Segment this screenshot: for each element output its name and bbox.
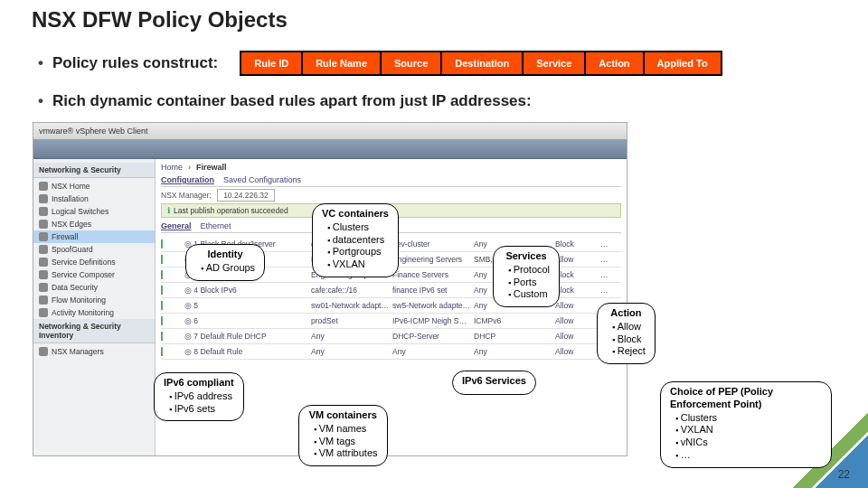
breadcrumb-page: Firewall: [196, 163, 227, 172]
sidebar-item[interactable]: Data Security: [33, 281, 155, 294]
rule-destination: Any: [392, 347, 474, 356]
callout-item: AD Groups: [201, 262, 255, 275]
callout-vm-containers: VM containers VM names VM tags VM attrib…: [298, 405, 388, 466]
callout-pep: Choice of PEP (Policy Enforcement Point)…: [660, 381, 832, 468]
sidebar-item[interactable]: Service Definitions: [33, 256, 155, 268]
sidebar: Networking & Security NSX HomeInstallati…: [33, 159, 156, 455]
rule-destination: dev-cluster: [392, 239, 474, 249]
nav-icon: [39, 258, 48, 267]
bullet-construct: • Policy rules construct: Rule ID Rule N…: [38, 51, 722, 76]
rule-enable-toggle[interactable]: [161, 347, 163, 356]
rule-name: ◎ 8 Default Rule: [184, 347, 311, 356]
callout-title: IPv6 compliant: [164, 377, 234, 389]
rule-name: ◎ 4 Block IPv6: [184, 286, 311, 295]
bullet-dot: •: [38, 92, 43, 110]
callout-title: Services: [503, 250, 550, 263]
rule-destination: Engineering Servers: [392, 255, 474, 264]
callout-item: vNICs: [675, 436, 822, 449]
sidebar-item[interactable]: NSX Home: [33, 180, 155, 192]
table-row[interactable]: ◎ 6 prodSetIPv6-ICMP Neigh SolicICMPv6Al…: [161, 314, 621, 329]
nav-icon: [39, 296, 48, 305]
rule-action: Block: [555, 239, 600, 249]
breadcrumb-home[interactable]: Home: [161, 163, 183, 172]
callout-item: …: [675, 449, 822, 462]
callout-item: Clusters: [327, 221, 389, 234]
callout-item: IPv6 address: [169, 390, 234, 403]
sidebar-header-2: Networking & Security Inventory: [33, 319, 155, 343]
callout-item: Block: [612, 333, 646, 346]
callout-item: VXLAN: [327, 258, 389, 271]
rule-applied-to: …: [600, 255, 627, 264]
rule-enable-toggle[interactable]: [161, 239, 163, 249]
rule-name: ◎ 6: [184, 316, 311, 325]
rule-action: Allow: [555, 332, 600, 341]
rule-destination: IPv6-ICMP Neigh Solic: [392, 316, 474, 325]
subtab-general[interactable]: General: [161, 221, 192, 230]
nav-icon: [39, 347, 48, 356]
sidebar-item[interactable]: Activity Monitoring: [33, 306, 155, 319]
rule-enable-toggle[interactable]: [161, 270, 163, 279]
callout-ipv6-services: IPv6 Services: [452, 371, 536, 395]
nav-icon: [39, 194, 48, 203]
chevron-right-icon: ›: [188, 163, 191, 172]
sidebar-item[interactable]: Installation: [33, 192, 155, 205]
callout-action: Action Allow Block Reject: [597, 303, 656, 364]
rule-construct-table: Rule ID Rule Name Source Destination Ser…: [240, 51, 722, 76]
rule-name: ◎ 7 Default Rule DHCP: [184, 332, 311, 341]
nav-icon: [39, 207, 48, 216]
sidebar-item[interactable]: SpoofGuard: [33, 243, 155, 256]
rule-enable-toggle[interactable]: [161, 286, 163, 295]
rule-applied-to: …: [600, 286, 627, 295]
rule-service: Any: [474, 347, 555, 356]
rule-source: Any: [311, 347, 392, 356]
nav-bar: [33, 139, 627, 159]
tab-saved-configurations[interactable]: Saved Configurations: [223, 175, 301, 184]
nav-icon: [39, 182, 48, 191]
rule-destination: finance IPv6 set: [392, 286, 474, 295]
nav-icon: [39, 308, 48, 317]
callout-item: Protocol: [508, 264, 550, 277]
construct-cell: Rule ID: [241, 52, 303, 74]
sidebar-item[interactable]: Logical Switches: [33, 205, 155, 218]
callout-item: VM attributes: [314, 447, 378, 460]
rule-enable-toggle[interactable]: [161, 255, 163, 264]
app-title: vmware® vSphere Web Client: [39, 127, 148, 136]
slide-title: NSX DFW Policy Objects: [32, 7, 288, 33]
status-text: Last publish operation succeeded: [174, 206, 288, 215]
rule-source: cafe:cafe::/16: [311, 286, 392, 295]
callout-item: Portgroups: [327, 246, 389, 258]
rule-action: Block: [555, 286, 600, 295]
callout-item: Ports: [508, 277, 550, 289]
table-row[interactable]: ◎ 7 Default Rule DHCPAnyDHCP-ServerDHCPA…: [161, 329, 621, 344]
rule-source: prodSet: [311, 316, 392, 325]
sidebar-item[interactable]: NSX Edges: [33, 218, 155, 230]
construct-cell: Rule Name: [303, 52, 382, 74]
sidebar-item[interactable]: Flow Monitoring: [33, 294, 155, 306]
construct-cell: Source: [382, 52, 442, 74]
bullet-text-2: Rich dynamic container based rules apart…: [52, 92, 532, 110]
rule-enable-toggle[interactable]: [161, 301, 163, 310]
callout-item: Custom: [508, 288, 550, 301]
bullet-containers: • Rich dynamic container based rules apa…: [38, 92, 532, 110]
bullet-text-1: Policy rules construct:: [52, 54, 218, 72]
sidebar-item[interactable]: Firewall: [33, 230, 155, 243]
callout-item: VM tags: [314, 436, 378, 448]
callout-identity: Identity AD Groups: [185, 244, 265, 281]
rule-enable-toggle[interactable]: [161, 316, 163, 325]
rule-enable-toggle[interactable]: [161, 332, 163, 341]
sidebar-item[interactable]: NSX Managers: [33, 345, 155, 358]
nsx-manager-value[interactable]: 10.24.226.32: [217, 189, 275, 202]
callout-item: IPv6 sets: [169, 403, 234, 416]
table-row[interactable]: ◎ 8 Default RuleAnyAnyAnyAllow…: [161, 344, 621, 360]
callout-item: VM names: [314, 423, 378, 436]
rule-action: Allow: [555, 255, 600, 264]
rule-destination: DHCP-Server: [392, 332, 474, 341]
subtab-ethernet[interactable]: Ethernet: [201, 221, 231, 230]
tab-configuration[interactable]: Configuration: [161, 175, 214, 184]
sidebar-item[interactable]: Service Composer: [33, 268, 155, 281]
rule-applied-to: …: [600, 239, 627, 249]
rule-action: Allow: [555, 301, 600, 310]
callout-ipv6-compliant: IPv6 compliant IPv6 address IPv6 sets: [154, 372, 244, 421]
rule-source: Any: [311, 332, 392, 341]
tabs: Configuration Saved Configurations: [161, 175, 621, 187]
